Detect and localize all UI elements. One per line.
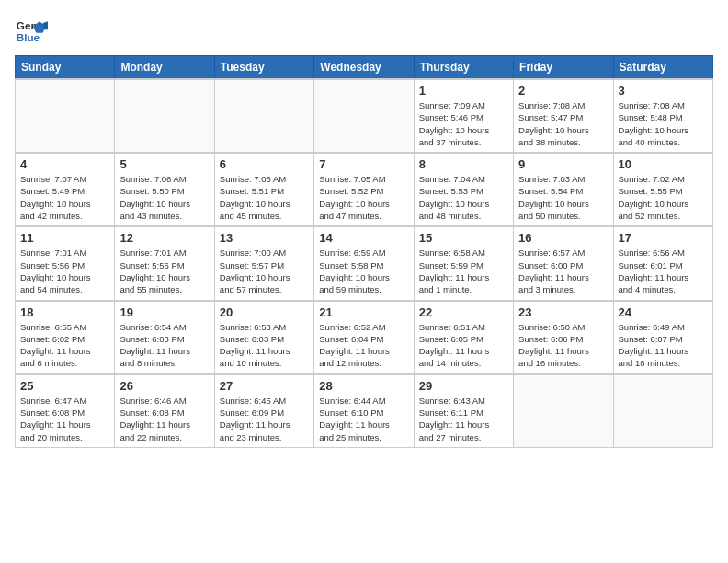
day-number: 13 bbox=[220, 231, 309, 245]
day-number: 23 bbox=[518, 305, 608, 319]
week-row-2: 4Sunrise: 7:07 AM Sunset: 5:49 PM Daylig… bbox=[16, 153, 713, 226]
calendar-cell: 13Sunrise: 7:00 AM Sunset: 5:57 PM Dayli… bbox=[214, 226, 313, 300]
day-info: Sunrise: 7:06 AM Sunset: 5:51 PM Dayligh… bbox=[220, 173, 309, 222]
calendar-cell: 5Sunrise: 7:06 AM Sunset: 5:50 PM Daylig… bbox=[115, 153, 214, 226]
calendar-cell: 7Sunrise: 7:05 AM Sunset: 5:52 PM Daylig… bbox=[314, 153, 414, 226]
day-info: Sunrise: 6:56 AM Sunset: 6:01 PM Dayligh… bbox=[619, 247, 708, 295]
day-info: Sunrise: 6:57 AM Sunset: 6:00 PM Dayligh… bbox=[518, 247, 608, 295]
day-number: 8 bbox=[419, 157, 508, 171]
day-number: 11 bbox=[20, 231, 109, 245]
day-number: 20 bbox=[220, 305, 309, 319]
day-info: Sunrise: 7:08 AM Sunset: 5:47 PM Dayligh… bbox=[518, 99, 608, 148]
calendar-cell: 27Sunrise: 6:45 AM Sunset: 6:09 PM Dayli… bbox=[214, 374, 313, 448]
day-info: Sunrise: 7:01 AM Sunset: 5:56 PM Dayligh… bbox=[20, 247, 109, 295]
day-number: 12 bbox=[119, 231, 209, 245]
day-info: Sunrise: 7:04 AM Sunset: 5:53 PM Dayligh… bbox=[419, 173, 508, 222]
calendar-cell: 22Sunrise: 6:51 AM Sunset: 6:05 PM Dayli… bbox=[414, 301, 513, 374]
day-info: Sunrise: 6:55 AM Sunset: 6:02 PM Dayligh… bbox=[20, 321, 109, 370]
day-info: Sunrise: 6:59 AM Sunset: 5:58 PM Dayligh… bbox=[319, 247, 408, 295]
calendar-cell: 12Sunrise: 7:01 AM Sunset: 5:56 PM Dayli… bbox=[115, 226, 214, 300]
calendar-cell: 20Sunrise: 6:53 AM Sunset: 6:03 PM Dayli… bbox=[214, 301, 313, 374]
day-number: 28 bbox=[319, 379, 408, 393]
week-row-4: 18Sunrise: 6:55 AM Sunset: 6:02 PM Dayli… bbox=[16, 301, 713, 374]
day-number: 15 bbox=[419, 231, 508, 245]
day-number: 5 bbox=[119, 157, 209, 171]
day-info: Sunrise: 6:43 AM Sunset: 6:11 PM Dayligh… bbox=[419, 395, 508, 443]
calendar-cell bbox=[514, 374, 613, 448]
day-number: 19 bbox=[119, 305, 209, 319]
day-info: Sunrise: 6:45 AM Sunset: 6:09 PM Dayligh… bbox=[220, 395, 309, 443]
day-number: 10 bbox=[619, 157, 708, 171]
calendar-cell bbox=[613, 374, 712, 448]
week-row-1: 1Sunrise: 7:09 AM Sunset: 5:46 PM Daylig… bbox=[16, 79, 713, 153]
calendar-cell bbox=[16, 79, 115, 153]
day-number: 26 bbox=[119, 379, 209, 393]
day-number: 3 bbox=[619, 84, 708, 98]
day-header-wednesday: Wednesday bbox=[314, 56, 414, 80]
calendar-cell: 25Sunrise: 6:47 AM Sunset: 6:08 PM Dayli… bbox=[16, 374, 115, 448]
day-info: Sunrise: 6:50 AM Sunset: 6:06 PM Dayligh… bbox=[518, 321, 608, 370]
day-number: 22 bbox=[419, 305, 508, 319]
calendar-cell bbox=[314, 79, 414, 153]
day-info: Sunrise: 7:08 AM Sunset: 5:48 PM Dayligh… bbox=[619, 99, 708, 148]
calendar-cell: 17Sunrise: 6:56 AM Sunset: 6:01 PM Dayli… bbox=[613, 226, 712, 300]
day-info: Sunrise: 7:09 AM Sunset: 5:46 PM Dayligh… bbox=[419, 99, 508, 148]
day-info: Sunrise: 7:05 AM Sunset: 5:52 PM Dayligh… bbox=[319, 173, 408, 222]
day-info: Sunrise: 7:01 AM Sunset: 5:56 PM Dayligh… bbox=[119, 247, 209, 295]
day-info: Sunrise: 6:53 AM Sunset: 6:03 PM Dayligh… bbox=[220, 321, 309, 370]
day-header-tuesday: Tuesday bbox=[214, 56, 313, 80]
day-info: Sunrise: 6:51 AM Sunset: 6:05 PM Dayligh… bbox=[419, 321, 508, 370]
day-info: Sunrise: 7:02 AM Sunset: 5:55 PM Dayligh… bbox=[619, 173, 708, 222]
day-number: 1 bbox=[419, 84, 508, 98]
calendar-cell: 21Sunrise: 6:52 AM Sunset: 6:04 PM Dayli… bbox=[314, 301, 414, 374]
day-info: Sunrise: 7:07 AM Sunset: 5:49 PM Dayligh… bbox=[20, 173, 109, 222]
day-info: Sunrise: 6:44 AM Sunset: 6:10 PM Dayligh… bbox=[319, 395, 408, 443]
calendar-cell: 23Sunrise: 6:50 AM Sunset: 6:06 PM Dayli… bbox=[514, 301, 613, 374]
day-info: Sunrise: 7:06 AM Sunset: 5:50 PM Dayligh… bbox=[119, 173, 209, 222]
day-number: 17 bbox=[619, 231, 708, 245]
day-header-saturday: Saturday bbox=[613, 56, 712, 80]
day-info: Sunrise: 7:03 AM Sunset: 5:54 PM Dayligh… bbox=[518, 173, 608, 222]
calendar-cell: 11Sunrise: 7:01 AM Sunset: 5:56 PM Dayli… bbox=[16, 226, 115, 300]
calendar-cell: 29Sunrise: 6:43 AM Sunset: 6:11 PM Dayli… bbox=[414, 374, 513, 448]
calendar-cell: 6Sunrise: 7:06 AM Sunset: 5:51 PM Daylig… bbox=[214, 153, 313, 226]
calendar-cell: 18Sunrise: 6:55 AM Sunset: 6:02 PM Dayli… bbox=[16, 301, 115, 374]
day-number: 18 bbox=[20, 305, 109, 319]
calendar-cell: 3Sunrise: 7:08 AM Sunset: 5:48 PM Daylig… bbox=[613, 79, 712, 153]
day-number: 16 bbox=[518, 231, 608, 245]
day-header-thursday: Thursday bbox=[414, 56, 513, 80]
day-info: Sunrise: 6:58 AM Sunset: 5:59 PM Dayligh… bbox=[419, 247, 508, 295]
day-info: Sunrise: 6:54 AM Sunset: 6:03 PM Dayligh… bbox=[119, 321, 209, 370]
day-number: 9 bbox=[518, 157, 608, 171]
calendar-cell: 24Sunrise: 6:49 AM Sunset: 6:07 PM Dayli… bbox=[613, 301, 712, 374]
day-number: 14 bbox=[319, 231, 408, 245]
calendar-cell: 16Sunrise: 6:57 AM Sunset: 6:00 PM Dayli… bbox=[514, 226, 613, 300]
calendar-cell: 4Sunrise: 7:07 AM Sunset: 5:49 PM Daylig… bbox=[16, 153, 115, 226]
day-header-monday: Monday bbox=[115, 56, 214, 80]
calendar-header-row: SundayMondayTuesdayWednesdayThursdayFrid… bbox=[16, 56, 713, 80]
calendar-table: SundayMondayTuesdayWednesdayThursdayFrid… bbox=[15, 55, 713, 448]
day-number: 4 bbox=[20, 157, 109, 171]
day-number: 21 bbox=[319, 305, 408, 319]
calendar-cell: 1Sunrise: 7:09 AM Sunset: 5:46 PM Daylig… bbox=[414, 79, 513, 153]
calendar-cell: 28Sunrise: 6:44 AM Sunset: 6:10 PM Dayli… bbox=[314, 374, 414, 448]
day-info: Sunrise: 6:49 AM Sunset: 6:07 PM Dayligh… bbox=[619, 321, 708, 370]
calendar-cell: 19Sunrise: 6:54 AM Sunset: 6:03 PM Dayli… bbox=[115, 301, 214, 374]
calendar-cell bbox=[115, 79, 214, 153]
logo-icon: General Blue bbox=[15, 15, 48, 48]
day-number: 27 bbox=[220, 379, 309, 393]
day-number: 24 bbox=[619, 305, 708, 319]
day-header-friday: Friday bbox=[514, 56, 613, 80]
day-info: Sunrise: 6:52 AM Sunset: 6:04 PM Dayligh… bbox=[319, 321, 408, 370]
calendar-cell: 2Sunrise: 7:08 AM Sunset: 5:47 PM Daylig… bbox=[514, 79, 613, 153]
logo: General Blue bbox=[15, 15, 48, 48]
calendar-cell: 14Sunrise: 6:59 AM Sunset: 5:58 PM Dayli… bbox=[314, 226, 414, 300]
day-info: Sunrise: 7:00 AM Sunset: 5:57 PM Dayligh… bbox=[220, 247, 309, 295]
day-number: 6 bbox=[220, 157, 309, 171]
day-number: 25 bbox=[20, 379, 109, 393]
calendar-cell bbox=[214, 79, 313, 153]
calendar-cell: 10Sunrise: 7:02 AM Sunset: 5:55 PM Dayli… bbox=[613, 153, 712, 226]
day-header-sunday: Sunday bbox=[16, 56, 115, 80]
header: General Blue bbox=[15, 15, 713, 48]
day-number: 2 bbox=[518, 84, 608, 98]
